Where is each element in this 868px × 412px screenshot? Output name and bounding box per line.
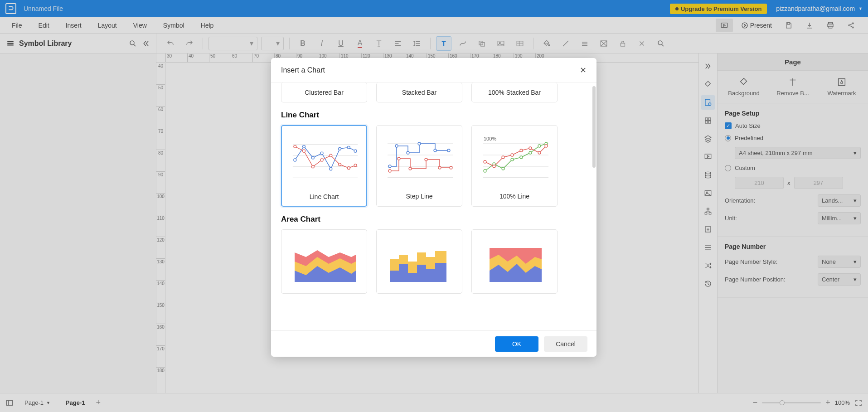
svg-point-70 [409, 167, 412, 170]
svg-point-56 [347, 167, 350, 170]
svg-point-89 [511, 154, 514, 156]
chart-step-area[interactable] [376, 229, 462, 294]
chart-100-stacked-bar[interactable]: 100% Stacked Bar [471, 82, 558, 102]
insert-chart-dialog: Insert a Chart ✕ Clustered Bar Stacked B… [271, 58, 596, 357]
svg-point-64 [407, 151, 409, 154]
line-chart-heading: Line Chart [281, 111, 587, 120]
svg-point-84 [538, 145, 541, 147]
svg-point-49 [354, 150, 357, 152]
area-chart-heading: Area Chart [281, 215, 587, 224]
svg-point-88 [502, 156, 504, 159]
svg-point-44 [311, 156, 314, 159]
dialog-title: Insert a Chart [281, 66, 325, 74]
chart-clustered-bar[interactable]: Clustered Bar [281, 82, 367, 102]
ok-button[interactable]: OK [495, 336, 538, 352]
svg-point-54 [330, 154, 332, 157]
dialog-scrollbar[interactable] [592, 86, 596, 168]
svg-point-68 [388, 170, 391, 172]
svg-point-47 [339, 147, 341, 150]
chart-step-line[interactable]: Step Line [376, 125, 462, 207]
chart-line[interactable]: Line Chart [281, 125, 367, 207]
chart-stacked-bar[interactable]: Stacked Bar [376, 82, 462, 102]
svg-point-66 [434, 149, 436, 152]
svg-point-63 [395, 145, 398, 147]
svg-point-51 [303, 150, 305, 152]
svg-point-82 [520, 156, 523, 159]
svg-point-53 [320, 159, 323, 161]
svg-point-67 [447, 149, 450, 152]
hundred-label: 100% [484, 136, 496, 141]
svg-point-93 [545, 145, 548, 147]
svg-point-78 [484, 170, 486, 172]
chart-100-line[interactable]: 100% 100% Line [471, 125, 558, 207]
svg-point-65 [418, 142, 421, 145]
svg-point-81 [511, 158, 514, 161]
svg-point-71 [425, 158, 427, 161]
svg-point-43 [303, 145, 305, 148]
svg-point-69 [398, 157, 400, 160]
chart-area[interactable] [281, 229, 367, 294]
svg-point-86 [484, 160, 486, 163]
svg-point-73 [450, 166, 452, 169]
svg-point-52 [311, 165, 314, 168]
svg-point-42 [294, 159, 296, 161]
svg-point-46 [330, 168, 332, 170]
svg-point-50 [294, 145, 296, 148]
svg-point-72 [438, 166, 441, 169]
chart-stacked-area[interactable] [471, 229, 558, 294]
cancel-button[interactable]: Cancel [544, 336, 587, 352]
svg-point-55 [339, 163, 341, 166]
svg-point-45 [320, 152, 323, 155]
svg-point-91 [529, 147, 532, 150]
svg-point-48 [347, 146, 350, 149]
svg-point-83 [529, 151, 532, 154]
svg-point-80 [502, 167, 504, 170]
svg-point-87 [493, 165, 495, 168]
svg-point-62 [388, 165, 391, 168]
svg-point-90 [520, 149, 523, 152]
svg-point-92 [538, 151, 541, 154]
svg-point-57 [354, 164, 357, 167]
close-icon[interactable]: ✕ [580, 65, 587, 75]
